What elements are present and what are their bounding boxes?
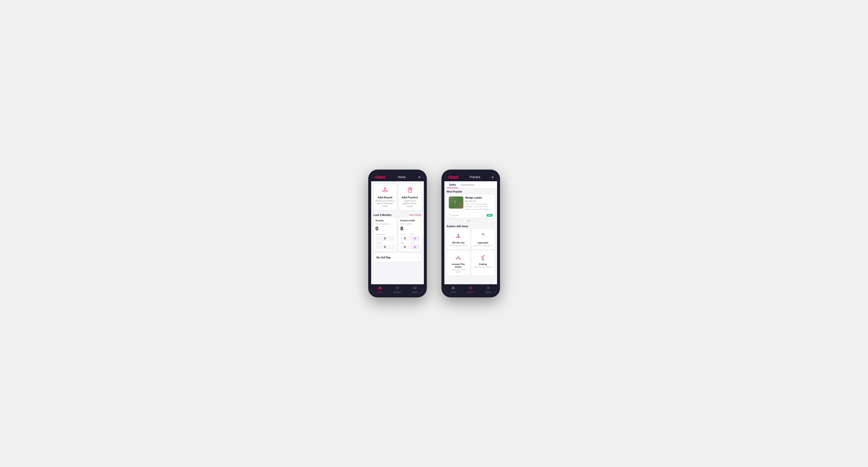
drill-badge: APP bbox=[487, 214, 492, 217]
phone-home: clippd Home ≡ Add Round bbox=[368, 169, 427, 298]
approach-name: Approach bbox=[477, 241, 488, 244]
add-practice-card[interactable]: Add Practice Capture your practice off-t… bbox=[399, 184, 422, 210]
add-round-card[interactable]: Add Round Record your shots in fast or e… bbox=[374, 184, 397, 210]
add-practice-desc: Capture your practice off-the-course bbox=[400, 199, 420, 208]
svg-point-21 bbox=[456, 258, 457, 259]
drills-capture-label: Drills Capture bbox=[400, 223, 420, 225]
dots-indicator bbox=[447, 219, 495, 222]
wedge-ladder-card[interactable]: 🏌️ Wedge Ladder ☆ 50–100 yds Play 1 shot… bbox=[447, 194, 495, 218]
most-popular-section: Most Popular 🏌️ Wedge Ladder ☆ 50–100 yd… bbox=[444, 188, 497, 223]
drill-desc: Play 1 shot at each target yardage. If y… bbox=[465, 203, 493, 211]
drills-number: 8 bbox=[400, 225, 420, 232]
arg-label: ARG bbox=[400, 242, 409, 244]
add-practice-icon bbox=[407, 187, 413, 195]
drills-box: Practice Drills Drills Capture 8 OTT 0 A… bbox=[399, 217, 422, 251]
drill-shots: 9 shots bbox=[449, 214, 459, 217]
practice-home-nav-label: Home bbox=[451, 291, 456, 293]
approach-desc: Dial-in to hit the green bbox=[473, 245, 492, 247]
nav-home[interactable]: Home bbox=[371, 284, 389, 294]
putting-desc: Make and lag practice bbox=[473, 266, 492, 268]
drill-name: Wedge Ladder bbox=[465, 196, 482, 199]
action-cards-row: Add Round Record your shots in fast or e… bbox=[371, 181, 424, 212]
rounds-capture-label: Rounds Capture bbox=[376, 223, 395, 225]
svg-point-13 bbox=[449, 215, 451, 216]
most-popular-label: Most Popular bbox=[447, 190, 495, 193]
home-header: clippd Home ≡ bbox=[371, 173, 424, 181]
golf-bag-label: My Golf Bag bbox=[376, 256, 391, 259]
svg-point-18 bbox=[483, 234, 483, 234]
skill-approach[interactable]: Approach Dial-in to hit the green bbox=[471, 229, 495, 249]
putt-stat: PUTT 4 bbox=[410, 242, 420, 249]
skill-around-the-green[interactable]: Around The Green Hone your short game bbox=[447, 251, 470, 276]
svg-point-22 bbox=[458, 257, 459, 258]
app-label: APP bbox=[410, 233, 420, 236]
ott-stat: OTT 0 bbox=[400, 233, 409, 241]
tournament-stat: Tournament 0 bbox=[376, 233, 395, 241]
practice-stat: Practice 0 bbox=[376, 242, 395, 249]
header-title: Home bbox=[398, 176, 406, 179]
home-content: Add Round Record your shots in fast or e… bbox=[371, 181, 424, 284]
putt-label: PUTT bbox=[410, 242, 420, 244]
practice-tabs: Drills Favourites bbox=[444, 181, 497, 188]
drill-footer: 9 shots APP bbox=[447, 213, 495, 218]
practice-activities-nav-label: Activities bbox=[467, 291, 475, 293]
view-activity-link[interactable]: View Activity bbox=[409, 214, 422, 216]
putt-value: 4 bbox=[410, 245, 420, 249]
menu-icon[interactable]: ≡ bbox=[418, 175, 420, 179]
practice-home-nav-icon bbox=[451, 286, 455, 290]
app-value: 4 bbox=[410, 236, 420, 241]
off-the-tee-icon bbox=[453, 231, 464, 240]
practice-header: clippd Practice ≡ bbox=[444, 173, 497, 181]
tournament-value: 0 bbox=[376, 236, 395, 241]
around-the-green-icon bbox=[453, 253, 464, 262]
svg-point-17 bbox=[483, 236, 483, 237]
putting-icon bbox=[477, 253, 488, 262]
practice-bottom-nav: Home Activities bbox=[444, 284, 497, 294]
drill-thumb-image: 🏌️ bbox=[449, 196, 463, 209]
svg-point-25 bbox=[482, 259, 484, 260]
practice-nav-activities[interactable]: Activities bbox=[462, 284, 479, 294]
home-nav-icon bbox=[378, 286, 382, 290]
practice-title: Practice bbox=[470, 176, 480, 179]
svg-point-15 bbox=[481, 235, 485, 238]
add-round-title: Add Round bbox=[378, 196, 392, 199]
drills-sub-grid: OTT 0 APP 4 ARG 0 PUTT 4 bbox=[400, 233, 420, 249]
arg-stat: ARG 0 bbox=[400, 242, 409, 249]
practice-logo: clippd bbox=[448, 175, 459, 179]
tournament-label: Tournament bbox=[376, 233, 395, 236]
explore-skill-label: Explore skill areas bbox=[447, 225, 495, 228]
approach-icon bbox=[477, 231, 488, 240]
capture-nav-label: Capture bbox=[411, 291, 418, 293]
rounds-title: Rounds bbox=[376, 219, 395, 222]
around-the-green-name: Around The Green bbox=[449, 263, 468, 268]
svg-point-19 bbox=[484, 235, 485, 236]
svg-point-26 bbox=[482, 256, 483, 258]
phone-practice: clippd Practice ≡ Drills Favourites Most… bbox=[441, 169, 500, 298]
golf-bag-row[interactable]: My Golf Bag › bbox=[374, 253, 422, 261]
practice-menu-icon[interactable]: ≡ bbox=[492, 175, 493, 179]
svg-point-27 bbox=[483, 255, 484, 256]
practice-nav-home[interactable]: Home bbox=[444, 284, 462, 294]
dot-1 bbox=[468, 220, 469, 222]
home-nav-label: Home bbox=[377, 291, 382, 293]
drill-star-icon[interactable]: ☆ bbox=[490, 196, 493, 200]
ott-value: 0 bbox=[400, 236, 409, 241]
dot-2 bbox=[470, 220, 471, 222]
nav-activities[interactable]: Activities bbox=[389, 284, 406, 294]
tab-favourites[interactable]: Favourites bbox=[458, 181, 477, 188]
drill-yardage: 50–100 yds bbox=[465, 200, 493, 202]
svg-point-20 bbox=[484, 235, 485, 235]
stats-row: Rounds Rounds Capture 0 Tournament 0 Pra… bbox=[371, 217, 424, 253]
practice-nav-capture[interactable]: Capture bbox=[479, 284, 497, 294]
capture-nav-icon bbox=[413, 286, 417, 290]
activities-nav-label: Activities bbox=[394, 291, 401, 293]
nav-capture[interactable]: Capture bbox=[406, 284, 424, 294]
skill-putting[interactable]: Putting Make and lag practice bbox=[471, 251, 495, 276]
tab-drills[interactable]: Drills bbox=[447, 181, 459, 188]
rounds-box: Rounds Rounds Capture 0 Tournament 0 Pra… bbox=[374, 217, 397, 251]
off-the-tee-name: Off The Tee bbox=[452, 241, 465, 244]
drill-thumbnail: 🏌️ bbox=[449, 196, 463, 209]
skill-off-the-tee[interactable]: Off The Tee Power and accuracy bbox=[447, 229, 470, 249]
add-round-desc: Record your shots in fast or enhanced mo… bbox=[376, 199, 395, 208]
around-the-green-desc: Hone your short game bbox=[449, 269, 468, 273]
